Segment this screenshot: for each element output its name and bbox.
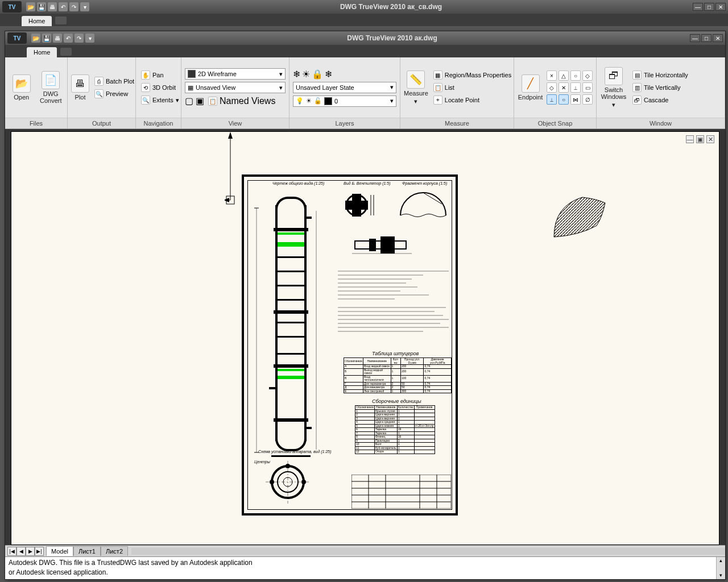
inner-mail-icon[interactable] bbox=[60, 48, 72, 56]
qat-print-icon[interactable]: 🖶 bbox=[48, 2, 57, 11]
dwg-convert-button[interactable]: 📄DWG Convert bbox=[38, 71, 64, 104]
mail-icon[interactable] bbox=[55, 16, 67, 24]
preview-icon: 🔍 bbox=[94, 89, 104, 98]
layer-freeze-icon[interactable]: ❄ bbox=[325, 69, 332, 80]
svg-point-10 bbox=[346, 195, 367, 215]
qat-print-icon[interactable]: 🖶 bbox=[53, 34, 62, 43]
named-views-icon: 📋 bbox=[208, 97, 217, 106]
snap-tan-icon[interactable]: ○ bbox=[559, 94, 569, 105]
preview-button[interactable]: 🔍Preview bbox=[93, 89, 136, 99]
inner-close-button[interactable]: ✕ bbox=[713, 34, 723, 42]
cmd-line1: Autodesk DWG. This file is a TrustedDWG … bbox=[9, 558, 722, 568]
inner-minimize-button[interactable]: — bbox=[690, 34, 700, 42]
snap-end-icon[interactable]: × bbox=[547, 70, 557, 81]
vp-restore-icon[interactable]: ▣ bbox=[696, 135, 704, 143]
panel-nav-label: Navigation bbox=[136, 118, 181, 128]
quick-access-toolbar: 📂 💾 🖶 ↶ ↷ ▾ bbox=[26, 2, 89, 11]
snap-node-icon[interactable]: ◇ bbox=[582, 70, 593, 81]
snap-per-icon[interactable]: ⟂ bbox=[547, 94, 557, 105]
cascade-button[interactable]: 🗗Cascade bbox=[631, 95, 690, 105]
tab-first-icon[interactable]: |◀ bbox=[7, 547, 16, 556]
layer-off-icon[interactable]: ☀ bbox=[302, 69, 310, 80]
tab-list1[interactable]: Лист1 bbox=[73, 546, 101, 556]
qat-undo-icon[interactable]: ↶ bbox=[64, 34, 73, 43]
qat-redo-icon[interactable]: ↷ bbox=[69, 2, 78, 11]
snap-quad-icon[interactable]: ◇ bbox=[547, 82, 557, 93]
panel-osnap-label: Object Snap bbox=[514, 118, 596, 128]
snap-int-icon[interactable]: ✕ bbox=[559, 82, 569, 93]
qat-save-icon[interactable]: 💾 bbox=[37, 2, 46, 11]
region-props-button[interactable]: ▦Region/Mass Properties bbox=[432, 70, 513, 80]
switch-windows-button[interactable]: 🗗Switch Windows▾ bbox=[600, 67, 627, 109]
model-viewport[interactable]: — ▣ ✕ Чертеж общего вида (1:25) Вид Б. В… bbox=[11, 131, 719, 545]
snap-near-icon[interactable]: ⋈ bbox=[570, 94, 581, 105]
maximize-button[interactable]: □ bbox=[704, 3, 714, 11]
visual-style-combo[interactable]: 2D Wireframe▾ bbox=[185, 68, 286, 80]
layer-color-swatch bbox=[324, 97, 332, 105]
tile-v-button[interactable]: ▥Tile Vertically bbox=[631, 82, 690, 93]
app-menu-icon[interactable]: TV bbox=[2, 1, 22, 13]
locate-point-button[interactable]: ⌖Locate Point bbox=[432, 95, 513, 105]
measure-button[interactable]: 📏Measure▾ bbox=[404, 70, 428, 105]
saved-view-combo[interactable]: ▦Unsaved View▾ bbox=[185, 82, 286, 93]
svg-point-35 bbox=[278, 472, 298, 492]
plot-button[interactable]: 🖶Plot bbox=[71, 74, 89, 101]
open-button[interactable]: 📂Open bbox=[9, 74, 35, 101]
units-table-title: Сборочные единицы bbox=[372, 398, 421, 404]
minimize-button[interactable]: — bbox=[693, 3, 703, 11]
pan-button[interactable]: ✋Pan bbox=[139, 70, 181, 80]
command-line[interactable]: Autodesk DWG. This file is a TrustedDWG … bbox=[5, 556, 725, 579]
inner-app-menu-icon[interactable]: TV bbox=[7, 32, 27, 44]
qat-open-icon[interactable]: 📂 bbox=[31, 34, 40, 43]
layer-iso-icon[interactable]: ❄ bbox=[293, 69, 300, 80]
vp-close-icon[interactable]: ✕ bbox=[706, 135, 714, 143]
title-block bbox=[351, 475, 451, 509]
qat-save-icon[interactable]: 💾 bbox=[42, 34, 51, 43]
drawing-sheet: Чертеж общего вида (1:25) Вид Б. Вентиля… bbox=[242, 174, 458, 516]
tab-next-icon[interactable]: ▶ bbox=[26, 547, 35, 556]
snap-none-icon[interactable]: ∅ bbox=[582, 94, 593, 105]
vp-minimize-icon[interactable]: — bbox=[686, 135, 694, 143]
tab-last-icon[interactable]: ▶| bbox=[35, 547, 44, 556]
qat-redo-icon[interactable]: ↷ bbox=[75, 34, 84, 43]
panel-output-label: Output bbox=[68, 118, 135, 128]
svg-marker-1 bbox=[228, 132, 233, 139]
list-button[interactable]: 📋List bbox=[432, 82, 513, 93]
layer-state-combo[interactable]: Unsaved Layer State▾ bbox=[293, 82, 396, 93]
snap-ext-icon[interactable]: ⟂ bbox=[570, 82, 581, 93]
inner-maximize-button[interactable]: □ bbox=[701, 34, 712, 42]
snap-cen-icon[interactable]: ○ bbox=[570, 70, 581, 81]
drawing-area[interactable]: — ▣ ✕ Чертеж общего вида (1:25) Вид Б. В… bbox=[5, 129, 725, 579]
qat-more-icon[interactable]: ▾ bbox=[85, 34, 94, 43]
tile-h-button[interactable]: ▤Tile Horizontally bbox=[631, 70, 690, 80]
qat-more-icon[interactable]: ▾ bbox=[80, 2, 89, 11]
tab-prev-icon[interactable]: ◀ bbox=[16, 547, 26, 556]
endpoint-button[interactable]: ╱Endpoint bbox=[518, 74, 543, 101]
tile-h-icon: ▤ bbox=[632, 70, 642, 80]
view-a-icon[interactable]: ▢ bbox=[185, 95, 193, 107]
view-icon: ▦ bbox=[188, 84, 193, 92]
osnap-grid: ×△○◇ ◇✕⟂▭ ⟂○⋈∅ bbox=[547, 70, 593, 105]
cmd-scrollbar[interactable]: ▴▾ bbox=[716, 557, 725, 579]
orbit-button[interactable]: ⟲3D Orbit bbox=[139, 82, 181, 93]
batch-plot-button[interactable]: ⎙Batch Plot bbox=[93, 76, 136, 86]
snap-mid-icon[interactable]: △ bbox=[559, 70, 569, 81]
hscroll-track[interactable] bbox=[131, 548, 725, 555]
close-button[interactable]: ✕ bbox=[715, 3, 726, 11]
centerline-label: Центры bbox=[254, 460, 270, 464]
current-layer-combo[interactable]: 💡☀🔓0▾ bbox=[293, 95, 396, 107]
view-b-icon[interactable]: ▣ bbox=[196, 95, 204, 107]
main-view-label: Чертеж общего вида (1:25) bbox=[272, 181, 324, 185]
nozzle-table-title: Таблица штуцеров bbox=[372, 351, 419, 356]
named-views-button[interactable]: 📋Named Views bbox=[206, 95, 277, 107]
extents-button[interactable]: 🔍Extents▾ bbox=[139, 95, 181, 105]
qat-undo-icon[interactable]: ↶ bbox=[59, 2, 68, 11]
tab-list2[interactable]: Лист2 bbox=[101, 546, 128, 556]
layer-lock-icon[interactable]: 🔒 bbox=[312, 69, 323, 80]
locate-icon: ⌖ bbox=[433, 95, 442, 105]
inner-tab-home[interactable]: Home bbox=[27, 47, 57, 57]
snap-ins-icon[interactable]: ▭ bbox=[582, 82, 593, 93]
tab-home[interactable]: Home bbox=[22, 16, 52, 26]
tab-model[interactable]: Model bbox=[46, 546, 73, 556]
qat-open-icon[interactable]: 📂 bbox=[26, 2, 35, 11]
